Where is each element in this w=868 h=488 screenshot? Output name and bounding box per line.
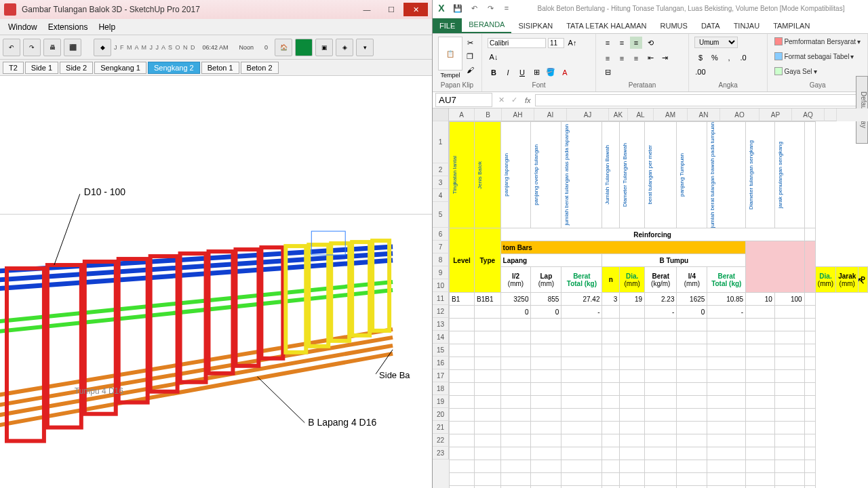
cell[interactable]: [620, 331, 645, 344]
cell[interactable]: [450, 331, 475, 344]
cell[interactable]: Berat(kg/m): [645, 267, 677, 293]
cell[interactable]: [561, 434, 602, 447]
tab-rumus[interactable]: RUMUS: [654, 18, 694, 33]
cell[interactable]: Reinforcing: [500, 228, 804, 241]
row-header[interactable]: 22: [433, 434, 449, 447]
cell[interactable]: [804, 344, 815, 357]
cell[interactable]: P: [859, 267, 868, 293]
row-header[interactable]: 2: [433, 163, 449, 176]
cell[interactable]: [645, 331, 677, 344]
percent-icon[interactable]: %: [709, 52, 721, 64]
save-icon[interactable]: 💾: [452, 2, 464, 14]
cell[interactable]: [645, 486, 677, 488]
cell[interactable]: [804, 293, 815, 306]
excel-grid[interactable]: 1 2 3 4 5 6 7 8 9 10 11 12 13 14 15 16 1…: [433, 108, 868, 488]
cell[interactable]: [707, 370, 746, 383]
cell[interactable]: [602, 306, 620, 319]
cell[interactable]: [645, 434, 677, 447]
align-right-icon[interactable]: ≡: [630, 52, 642, 64]
cell[interactable]: [602, 473, 620, 486]
cell[interactable]: [561, 319, 602, 331]
cell[interactable]: [500, 331, 531, 344]
italic-button[interactable]: I: [502, 66, 514, 79]
cell[interactable]: [561, 383, 602, 396]
cell[interactable]: [774, 434, 804, 447]
cell[interactable]: [450, 460, 475, 473]
cell[interactable]: Diameter tulangan sengkang: [746, 122, 775, 228]
undo-button[interactable]: ↶: [3, 39, 20, 56]
row-header[interactable]: 14: [433, 331, 449, 344]
conditional-formatting[interactable]: Pemformatan Bersyarat▾: [773, 37, 862, 46]
cell[interactable]: [531, 383, 561, 396]
cell[interactable]: [531, 344, 561, 357]
cell[interactable]: [602, 447, 620, 460]
cell[interactable]: [707, 486, 746, 488]
increase-font-icon[interactable]: A↑: [566, 37, 578, 49]
col-header[interactable]: AK: [609, 108, 628, 121]
cell[interactable]: Type: [475, 228, 501, 293]
cell[interactable]: 27.42: [561, 293, 602, 306]
cell[interactable]: panjang Tumpuan: [677, 122, 707, 228]
cell[interactable]: -: [645, 306, 677, 319]
cell[interactable]: [804, 319, 815, 331]
cell[interactable]: B1B1: [475, 293, 501, 306]
cell[interactable]: [500, 460, 531, 473]
cell[interactable]: 10: [746, 293, 775, 306]
decrease-font-icon[interactable]: A↓: [488, 51, 500, 63]
cell[interactable]: [531, 434, 561, 447]
cell[interactable]: [746, 331, 775, 344]
fx-icon[interactable]: fx: [521, 96, 535, 104]
cell[interactable]: [746, 319, 775, 331]
row-header[interactable]: 7: [433, 241, 449, 253]
cell[interactable]: [804, 422, 815, 434]
cell[interactable]: [450, 344, 475, 357]
dec-decimal-icon[interactable]: .00: [694, 66, 707, 78]
cell[interactable]: Diameter Tulangan Bawah: [620, 122, 645, 228]
row-header[interactable]: 6: [433, 228, 449, 241]
cell[interactable]: [500, 383, 531, 396]
menu-window[interactable]: Window: [3, 22, 43, 32]
tool-icon[interactable]: ◆: [94, 39, 111, 56]
inc-decimal-icon[interactable]: .0: [737, 52, 749, 64]
cell[interactable]: [620, 306, 645, 319]
cell[interactable]: [531, 357, 561, 370]
cell[interactable]: [561, 344, 602, 357]
cell[interactable]: [620, 409, 645, 422]
cell[interactable]: 2.23: [645, 293, 677, 306]
cell[interactable]: [500, 409, 531, 422]
col-header[interactable]: B: [475, 108, 502, 121]
cell[interactable]: [475, 344, 501, 357]
cell[interactable]: [602, 319, 620, 331]
cell[interactable]: panjang lapangan: [500, 122, 531, 228]
cell[interactable]: [602, 370, 620, 383]
cell[interactable]: [475, 306, 501, 319]
cell[interactable]: [500, 422, 531, 434]
currency-icon[interactable]: $: [694, 52, 707, 64]
cell[interactable]: n: [602, 267, 620, 293]
tab-beton1[interactable]: Beton 1: [201, 62, 239, 74]
bold-button[interactable]: B: [488, 66, 500, 79]
cell[interactable]: tom Bars: [500, 241, 746, 254]
cell[interactable]: [620, 422, 645, 434]
row-header[interactable]: 17: [433, 369, 449, 382]
cell[interactable]: [645, 473, 677, 486]
cell[interactable]: [602, 331, 620, 344]
house-icon[interactable]: 🏠: [275, 39, 292, 56]
cell[interactable]: [804, 370, 815, 383]
cell[interactable]: [561, 357, 602, 370]
col-header[interactable]: AL: [628, 108, 654, 121]
green-icon[interactable]: [295, 39, 313, 56]
cell[interactable]: [746, 383, 775, 396]
cell[interactable]: [602, 383, 620, 396]
cell[interactable]: [645, 396, 677, 409]
cell[interactable]: [774, 319, 804, 331]
cell[interactable]: [450, 383, 475, 396]
cell[interactable]: [804, 447, 815, 460]
cell[interactable]: [677, 370, 707, 383]
cell[interactable]: [774, 409, 804, 422]
cell[interactable]: [450, 306, 475, 319]
cell[interactable]: l/4(mm): [677, 267, 707, 293]
cell[interactable]: Jenis Balok: [475, 122, 501, 228]
cell[interactable]: [450, 370, 475, 383]
row-header[interactable]: 13: [433, 318, 449, 331]
